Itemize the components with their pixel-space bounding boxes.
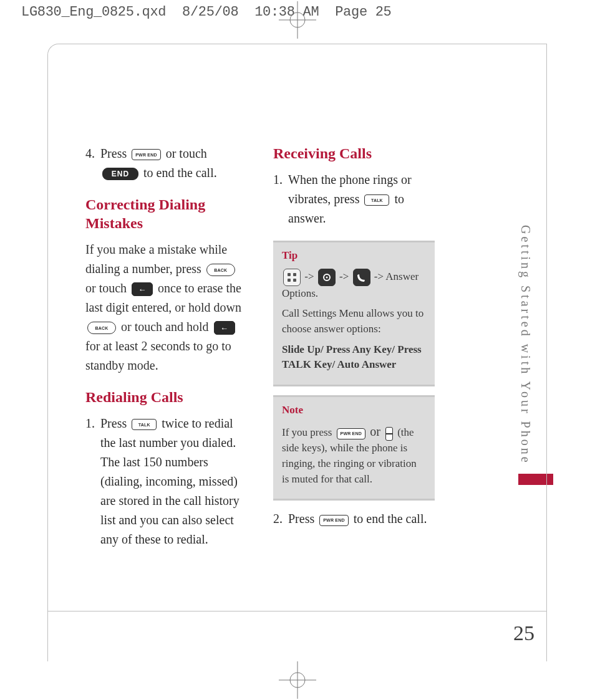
note-label: Note [282, 403, 426, 418]
section-tab: Getting Started with Your Phone [518, 225, 553, 485]
pwr-end-key-icon: PWR END [337, 428, 365, 439]
talk-key-icon: TALK [364, 194, 389, 206]
right-column: Receiving Calls 1. When the phone rings … [273, 144, 435, 562]
left-column: 4. Press PWR END or touch END to end the… [85, 144, 247, 562]
svg-rect-3 [288, 273, 291, 276]
back-arrow-button-icon: ← [132, 282, 153, 296]
back-key-icon: BACK [206, 264, 235, 276]
section-tab-bar [518, 474, 553, 485]
receive-step-1: 1. When the phone rings or vibrates, pre… [273, 170, 435, 228]
receive-step-2: 2. Press PWR END to end the call. [273, 509, 435, 529]
svg-rect-4 [293, 273, 296, 276]
registration-mark-top-icon [279, 1, 316, 39]
call-settings-icon [353, 269, 370, 286]
pwr-end-key-icon: PWR END [132, 149, 160, 160]
back-key-icon: BACK [87, 322, 116, 334]
settings-gear-icon [318, 269, 336, 286]
svg-rect-6 [293, 279, 296, 282]
redial-step-1: 1. Press TALK twice to redial the last n… [85, 414, 247, 549]
talk-key-icon: TALK [132, 419, 157, 430]
end-button-icon: END [102, 168, 138, 180]
side-key-icon [385, 427, 393, 441]
heading-redialing: Redialing Calls [85, 388, 247, 406]
svg-rect-5 [288, 279, 291, 282]
heading-correcting-mistakes: Correcting Dialing Mistakes [85, 195, 247, 233]
section-tab-label: Getting Started with Your Phone [518, 225, 533, 465]
registration-mark-bottom-icon [279, 661, 316, 699]
svg-point-8 [326, 276, 327, 278]
step-4: 4. Press PWR END or touch END to end the… [85, 144, 247, 183]
heading-receiving: Receiving Calls [273, 144, 435, 163]
menu-grid-icon [283, 269, 301, 286]
paragraph-correcting: If you make a mistake while dialing a nu… [85, 240, 247, 375]
page-frame: 25 Getting Started with Your Phone 4. Pr… [47, 44, 547, 661]
pwr-end-key-icon: PWR END [319, 515, 348, 526]
note-box: Note If you press PWR END or (the side k… [273, 395, 435, 501]
tip-box: Tip -> -> [273, 241, 435, 386]
print-slug: LG830_Eng_0825.qxd 8/25/08 10:38 AM Page… [21, 4, 392, 20]
page-number: 25 [513, 621, 535, 645]
tip-label: Tip [282, 248, 426, 264]
back-arrow-button-icon: ← [214, 321, 235, 335]
